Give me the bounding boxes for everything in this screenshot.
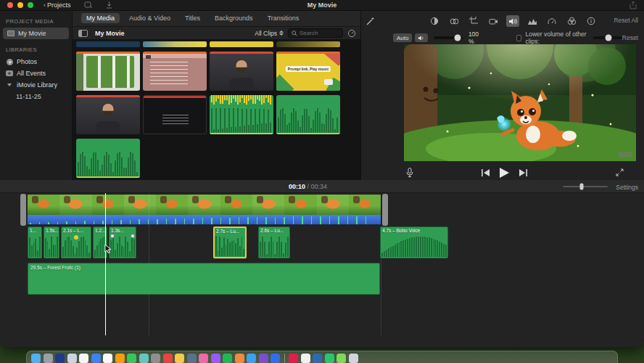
dock-icon-app-green-1[interactable] [127,354,136,363]
audio-clip-3[interactable]: 2.1s – L... [61,227,91,258]
noise-reduction-icon[interactable] [526,15,539,27]
dock-icon-app-slate[interactable] [187,354,197,363]
dock-icon-app-navy[interactable] [55,354,65,363]
dock-icon-app-blue-5[interactable] [313,354,322,363]
media-thumbnail-notes[interactable] [143,52,207,91]
chevron-down-icon[interactable] [6,81,13,89]
dock-icon-app-blue-1[interactable] [31,354,41,363]
auto-volume-button[interactable]: Auto [393,33,412,42]
sidebar-item-photos[interactable]: Photos [0,56,72,68]
dock-icon-app-red-2[interactable] [289,354,298,363]
background-music-clip[interactable]: 29.5s – Forest Frolic (1) [28,263,380,295]
dock-icon-app-photos[interactable] [103,354,112,363]
sidebar-item-all-events[interactable]: ★ All Events [0,68,72,79]
media-thumbnail-webpage[interactable] [76,52,140,91]
audio-clip-2[interactable]: 1.5s... [44,227,59,258]
play-button[interactable] [500,168,509,178]
clip-skim-button[interactable] [347,29,356,38]
voiceover-mic-button[interactable] [406,168,413,177]
color-correction-icon[interactable] [447,15,461,27]
audio-clip-5[interactable]: 1.3s... [109,227,136,258]
media-thumbnail-partial-4[interactable] [276,41,340,47]
audio-clip-1[interactable]: 1... [28,227,42,258]
tab-audio-video[interactable]: Audio & Video [124,13,176,23]
media-thumbnail-audio[interactable] [76,139,140,178]
dock-icon-app-imovie[interactable] [259,354,268,363]
timeline-zoom-thumb[interactable] [580,184,584,190]
clip-info-icon[interactable] [585,15,598,27]
playhead[interactable] [105,193,106,335]
volume-icon[interactable] [506,15,519,27]
media-thumbnail-person[interactable] [76,95,140,134]
previous-frame-button[interactable] [482,169,490,176]
search-input[interactable] [300,30,342,36]
timeline-zoom-slider[interactable] [563,186,608,187]
crop-icon[interactable] [467,15,480,27]
media-thumbnail-partial-3[interactable] [210,41,273,47]
dock-icon-app-green-4[interactable] [337,354,346,363]
dock-icon-app-light[interactable] [67,354,77,363]
media-thumbnail-slide[interactable]: Prompt link, Play music [276,52,340,91]
color-balance-icon[interactable] [428,15,441,27]
dock-icon-app-white[interactable] [301,354,310,363]
clip-filter-dropdown[interactable]: All Clips [255,30,284,37]
sidebar-toggle-icon[interactable] [78,30,88,37]
dock-icon-app-pink[interactable] [199,354,208,363]
color-filters-icon[interactable] [565,15,578,27]
dock-icon-app-green-3[interactable] [325,354,334,363]
tab-titles[interactable]: Titles [180,13,205,23]
dock-icon-app-orange-1[interactable] [115,354,125,363]
video-clip-filmstrip[interactable] [28,195,381,215]
sidebar-item-date-folder[interactable]: 11-11-25 [0,91,72,102]
sidebar-item-my-movie[interactable]: My Movie [3,28,69,39]
volume-slider-knob[interactable] [454,35,461,41]
media-thumbnail-partial-1[interactable] [76,41,140,47]
dock-icon-app-purple[interactable] [211,354,220,363]
audio-clip-7[interactable]: 2.6s – Lu... [258,227,290,258]
dock-icon-app-blue-2[interactable] [91,354,101,363]
volume-slider[interactable] [434,36,462,39]
video-audio-waveform[interactable] [28,215,381,224]
search-field[interactable] [288,28,343,38]
dock-icon-trash[interactable] [349,354,358,363]
sidebar-item-imovie-library[interactable]: iMovie Library [0,79,72,91]
fade-handle-left[interactable] [110,234,115,238]
reset-all-button[interactable]: Reset All [614,17,638,24]
audio-clip-6[interactable]: 2.7s – Lu... [213,227,247,258]
trim-handle-right[interactable] [382,194,388,226]
fade-handle-right[interactable] [131,234,135,238]
share-icon[interactable] [629,1,637,9]
lower-volume-knob[interactable] [605,35,611,41]
lower-volume-checkbox[interactable] [516,35,522,41]
dock-icon-app-gray-2[interactable] [151,354,160,363]
trim-handle-left[interactable] [20,194,26,226]
mute-button[interactable] [415,33,428,42]
media-thumbnail-terminal[interactable] [143,95,207,134]
lower-volume-slider[interactable] [593,36,622,39]
next-frame-button[interactable] [519,169,527,176]
dock-icon-app-teal[interactable] [139,354,149,363]
dock-icon-app-blue-4[interactable] [271,354,280,363]
dock-icon-app-orange-2[interactable] [235,354,244,363]
enhance-wand-icon[interactable] [366,17,375,26]
dock-icon-app-blue-3[interactable] [247,354,256,363]
stabilization-icon[interactable] [487,15,500,27]
dock-icon-app-green-2[interactable] [223,354,232,363]
fullscreen-icon[interactable] [616,168,624,176]
dock-icon-app-red-1[interactable] [163,354,173,363]
media-thumbnail-partial-2[interactable] [143,41,207,47]
audio-clip-8[interactable]: 4.7s – Bobo Voice [380,227,448,258]
volume-keyframe-dot[interactable] [74,235,78,240]
dock-icon-app-yellow[interactable] [175,354,184,363]
speed-icon[interactable] [545,15,558,27]
tab-transitions[interactable]: Transitions [263,13,305,23]
dock-icon-app-gray-1[interactable] [44,354,53,363]
media-thumbnail-person[interactable] [210,52,273,91]
dock-icon-app-calendar[interactable] [79,354,88,363]
tab-backgrounds[interactable]: Backgrounds [210,13,258,23]
tab-my-media[interactable]: My Media [81,13,120,23]
reset-button[interactable]: Reset [622,34,638,41]
timeline-settings-button[interactable]: Settings [616,184,638,191]
media-thumbnail-audio-hot[interactable] [210,95,273,134]
media-thumbnail-audio[interactable] [276,95,340,134]
